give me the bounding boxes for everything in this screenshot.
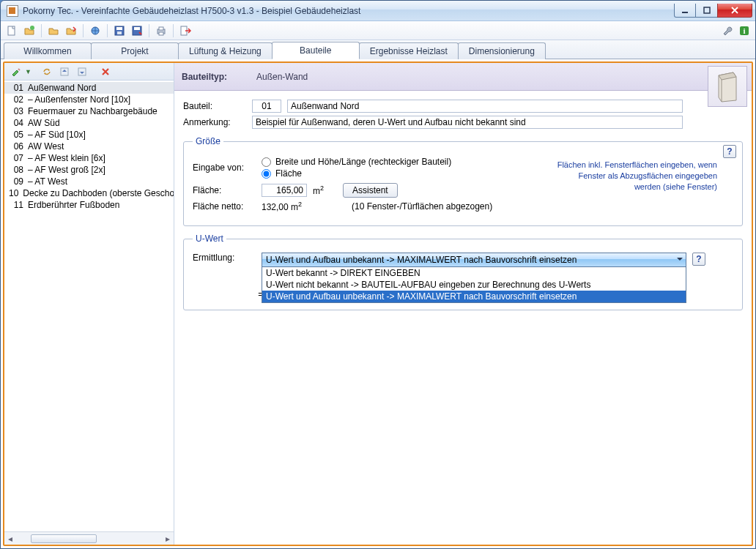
move-up-icon[interactable] xyxy=(56,64,73,80)
list-item[interactable]: 10Decke zu Dachboden (oberste Geschossde… xyxy=(4,187,174,199)
svg-rect-9 xyxy=(134,27,140,30)
radio-bh-label: Breite und Höhe/Länge (rechteckiger Baut… xyxy=(275,157,451,167)
bauteil-name-input[interactable] xyxy=(287,100,683,113)
detail-header: Bauteiltyp: Außen-Wand xyxy=(174,63,752,91)
list-item[interactable]: 06AW West xyxy=(4,141,174,152)
svg-text:i: i xyxy=(743,26,745,35)
svg-rect-0 xyxy=(682,12,688,13)
dropdown-list: U-Wert bekannt -> DIREKT EINGEBEN U-Wert… xyxy=(262,267,686,303)
list-item[interactable]: 05 – AF Süd [10x] xyxy=(4,129,174,141)
list-item[interactable]: 09 – AT West xyxy=(4,176,174,187)
tab-ventilation[interactable]: Lüftung & Heizung xyxy=(178,42,273,59)
uwert-group: U-Wert Ermittlung: U-Wert und Aufbau unb… xyxy=(183,234,743,310)
open-folder-green-icon[interactable] xyxy=(21,23,37,39)
print-icon[interactable] xyxy=(153,23,169,39)
radio-flaeche[interactable] xyxy=(262,169,271,179)
titlebar: Pokorny Tec. - Vereinfachte Gebäudeheizl… xyxy=(1,1,755,21)
ermittlung-label: Ermittlung: xyxy=(193,253,256,263)
type-value: Außen-Wand xyxy=(256,72,308,82)
list-item[interactable]: 01Außenwand Nord xyxy=(4,82,174,94)
ermittlung-dropdown[interactable]: U-Wert und Aufbau unbekannt -> MAXIMALWE… xyxy=(262,253,686,267)
close-button[interactable] xyxy=(717,4,752,18)
open-folder-icon[interactable] xyxy=(45,23,62,39)
type-label: Bauteiltyp: xyxy=(182,72,227,82)
svg-rect-6 xyxy=(116,27,122,30)
scroll-right-icon[interactable]: ▸ xyxy=(162,533,174,545)
radio-fl-label: Fläche xyxy=(275,168,302,179)
uwert-legend: U-Wert xyxy=(193,234,226,244)
open-recent-icon[interactable] xyxy=(63,23,79,39)
list-item[interactable]: 04AW Süd xyxy=(4,117,174,129)
eingabe-label: Eingabe von: xyxy=(193,163,256,173)
bauteil-number-input[interactable] xyxy=(252,100,281,113)
refresh-list-icon[interactable] xyxy=(39,64,55,80)
dropdown-selected: U-Wert und Aufbau unbekannt -> MAXIMALWE… xyxy=(266,255,577,265)
netto-label: Fläche netto: xyxy=(193,201,256,212)
refresh-globe-icon[interactable] xyxy=(87,23,103,39)
window-title: Pokorny Tec. - Vereinfachte Gebäudeheizl… xyxy=(23,6,674,16)
anmerkung-input[interactable] xyxy=(252,116,683,129)
list-item[interactable]: 11Erdberührter Fußboden xyxy=(4,199,174,211)
help-uwert-icon[interactable]: ? xyxy=(692,253,705,266)
info-icon[interactable]: i xyxy=(736,23,752,39)
content-frame: ▼ 01Außenwand Nord 02 – Außenfenster Nor… xyxy=(3,61,753,546)
parts-list[interactable]: 01Außenwand Nord 02 – Außenfenster Nord … xyxy=(4,81,174,531)
tab-parts[interactable]: Bauteile xyxy=(272,42,360,59)
add-item-icon[interactable] xyxy=(7,64,23,80)
dropdown-option[interactable]: U-Wert nicht bekannt -> BAUTEIL-AUFBAU e… xyxy=(262,279,686,291)
app-icon xyxy=(7,5,18,17)
maximize-button[interactable] xyxy=(696,4,718,18)
list-toolbar: ▼ xyxy=(4,63,174,81)
bauteil-label: Bauteil: xyxy=(183,101,246,111)
new-file-icon[interactable] xyxy=(4,23,20,39)
scroll-left-icon[interactable]: ◂ xyxy=(4,533,16,545)
groesse-group: Größe ? Flächen inkl. Fensterflächen ein… xyxy=(183,136,743,226)
tab-welcome[interactable]: Willkommen xyxy=(4,42,92,59)
exit-icon[interactable] xyxy=(177,23,193,39)
save-as-icon[interactable] xyxy=(129,23,145,39)
move-down-icon[interactable] xyxy=(74,64,90,80)
tab-results[interactable]: Ergebnisse Heizlast xyxy=(359,42,459,59)
list-item[interactable]: 08 – AF West groß [2x] xyxy=(4,164,174,176)
part-thumbnail xyxy=(708,66,747,107)
delete-icon[interactable] xyxy=(97,64,114,80)
list-item[interactable]: 02 – Außenfenster Nord [10x] xyxy=(4,94,174,105)
assistent-button[interactable]: Assistent xyxy=(343,183,398,198)
detail-body: Bauteil: Anmerkung: Größe ? Flächen inkl… xyxy=(174,91,752,324)
settings-wrench-icon[interactable] xyxy=(719,23,735,39)
flaeche-label: Fläche: xyxy=(193,185,256,195)
anmerkung-label: Anmerkung: xyxy=(183,117,246,127)
help-groesse-icon[interactable]: ? xyxy=(723,145,736,158)
tab-project[interactable]: Projekt xyxy=(91,42,179,59)
netto-value: 132,00 m2 xyxy=(262,201,302,212)
dropdown-arrow-icon[interactable]: ▼ xyxy=(25,68,32,75)
radio-breite-hoehe[interactable] xyxy=(262,157,271,167)
svg-point-3 xyxy=(30,26,34,30)
list-item[interactable]: 03Feuermauer zu Nachbargebäude xyxy=(4,105,174,117)
dropdown-option[interactable]: U-Wert bekannt -> DIREKT EINGEBEN xyxy=(262,267,686,279)
minimize-button[interactable] xyxy=(674,4,696,18)
tab-dimensions[interactable]: Dimensionierung xyxy=(458,42,546,59)
svg-rect-2 xyxy=(8,26,15,35)
parts-list-panel: ▼ 01Außenwand Nord 02 – Außenfenster Nor… xyxy=(4,63,174,545)
svg-rect-1 xyxy=(704,7,710,13)
scroll-thumb[interactable] xyxy=(31,534,97,543)
tab-bar: Willkommen Projekt Lüftung & Heizung Bau… xyxy=(1,40,755,59)
detail-panel: Bauteiltyp: Außen-Wand Bauteil: Anmerkun… xyxy=(174,63,752,545)
flaeche-input[interactable] xyxy=(262,184,307,197)
groesse-hint: Flächen inkl. Fensterflächen eingeben, w… xyxy=(556,160,717,193)
svg-rect-7 xyxy=(117,31,122,34)
save-icon[interactable] xyxy=(111,23,127,39)
flaeche-unit: m2 xyxy=(313,184,324,196)
main-toolbar: i xyxy=(1,21,755,40)
svg-rect-12 xyxy=(159,32,163,35)
dropdown-option[interactable]: U-Wert und Aufbau unbekannt -> MAXIMALWE… xyxy=(262,291,686,302)
list-item[interactable]: 07 – AF West klein [6x] xyxy=(4,152,174,164)
horizontal-scrollbar[interactable]: ◂ ▸ xyxy=(4,531,174,545)
svg-rect-11 xyxy=(159,27,163,30)
main-area: ▼ 01Außenwand Nord 02 – Außenfenster Nor… xyxy=(1,59,755,548)
app-window: Pokorny Tec. - Vereinfachte Gebäudeheizl… xyxy=(0,0,756,549)
groesse-legend: Größe xyxy=(193,136,223,146)
netto-note: (10 Fenster-/Türflächen abgezogen) xyxy=(352,201,492,212)
